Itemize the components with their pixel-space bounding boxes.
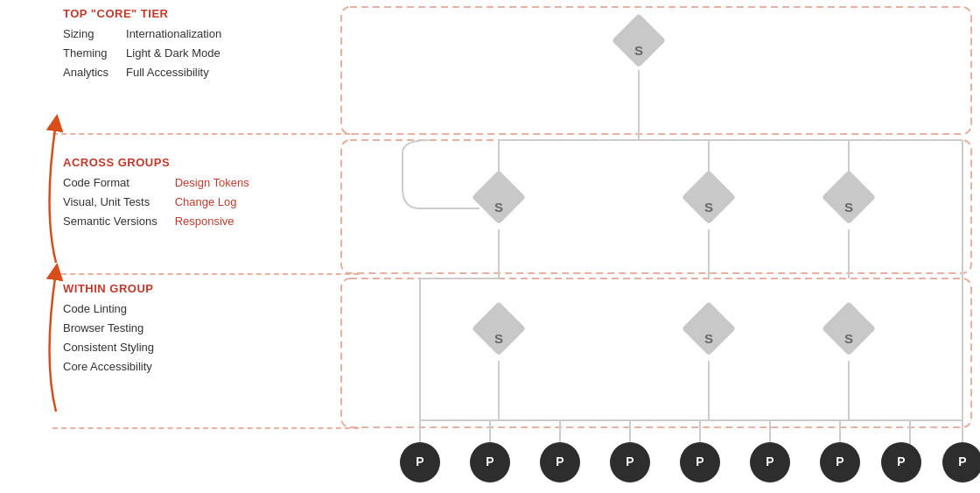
- dashed-separator-3: [52, 427, 359, 429]
- top-item-accessibility: Full Accessibility: [126, 64, 221, 81]
- s6-label: S: [704, 331, 713, 346]
- across-tier-items: Code Format Visual, Unit Tests Semantic …: [63, 174, 249, 230]
- within-item-browser: Browser Testing: [63, 320, 154, 337]
- within-item-linting: Code Linting: [63, 300, 154, 318]
- svg-rect-36: [682, 170, 736, 224]
- s3-diamond: [682, 170, 736, 224]
- s1-label: S: [634, 43, 643, 58]
- across-item-codeformat: Code Format: [63, 174, 158, 192]
- top-tier-section: TOP "CORE" TIER Sizing Theming Analytics…: [63, 7, 221, 81]
- p7-label: P: [836, 454, 844, 468]
- across-item-changelog: Change Log: [175, 194, 249, 211]
- p1-label: P: [416, 454, 424, 468]
- svg-rect-35: [472, 170, 526, 224]
- across-item-responsive: Responsive: [175, 213, 249, 230]
- s4-label: S: [844, 200, 853, 215]
- top-item-analytics: Analytics: [63, 64, 108, 81]
- dashed-separator-2: [52, 273, 359, 275]
- p9-label: P: [958, 454, 966, 468]
- top-tier-col2: Internationalization Light & Dark Mode F…: [126, 25, 221, 81]
- s2-label: S: [494, 200, 503, 215]
- across-tier-col1: Code Format Visual, Unit Tests Semantic …: [63, 174, 158, 230]
- top-tier-col1: Sizing Theming Analytics: [63, 25, 108, 81]
- s4-diamond: [822, 170, 876, 224]
- across-tier-section: ACROSS GROUPS Code Format Visual, Unit T…: [63, 156, 249, 230]
- p5-label: P: [696, 454, 704, 468]
- s7-label: S: [844, 331, 853, 346]
- s5-diamond: [472, 301, 526, 356]
- within-tier-section: WITHIN GROUP Code Linting Browser Testin…: [63, 282, 154, 377]
- within-tier-items: Code Linting Browser Testing Consistent …: [63, 300, 154, 377]
- top-item-sizing: Sizing: [63, 25, 108, 43]
- top-item-darkmode: Light & Dark Mode: [126, 45, 221, 62]
- across-item-designtokens: Design Tokens: [175, 174, 249, 192]
- within-item-coreacc: Core Accessibility: [63, 358, 154, 376]
- left-panel: TOP "CORE" TIER Sizing Theming Analytics…: [0, 0, 359, 493]
- across-tier-label: ACROSS GROUPS: [63, 156, 249, 169]
- tier-arrows: [38, 114, 74, 429]
- top-tier-label: TOP "CORE" TIER: [63, 7, 221, 20]
- across-item-semver: Semantic Versions: [63, 213, 158, 230]
- s2-diamond: [472, 170, 526, 224]
- s6-diamond: [682, 301, 736, 356]
- s7-diamond: [822, 301, 876, 356]
- svg-rect-2: [341, 140, 971, 273]
- p2-label: P: [486, 454, 494, 468]
- top-item-theming: Theming: [63, 45, 108, 62]
- s5-label: S: [494, 331, 503, 346]
- within-item-styling: Consistent Styling: [63, 339, 154, 356]
- svg-rect-34: [612, 13, 666, 67]
- top-item-i18n: Internationalization: [126, 25, 221, 43]
- dashed-separator-1: [52, 133, 359, 135]
- p4-label: P: [626, 454, 634, 468]
- svg-rect-40: [822, 301, 876, 356]
- svg-rect-38: [472, 301, 526, 356]
- main-container: TOP "CORE" TIER Sizing Theming Analytics…: [0, 0, 980, 493]
- within-tier-label: WITHIN GROUP: [63, 282, 154, 295]
- top-tier-items: Sizing Theming Analytics Internationaliz…: [63, 25, 221, 81]
- svg-rect-37: [822, 170, 876, 224]
- s3-label: S: [704, 200, 713, 215]
- within-tier-col1: Code Linting Browser Testing Consistent …: [63, 300, 154, 377]
- svg-rect-1: [341, 7, 971, 134]
- s1-diamond: [612, 13, 666, 67]
- diagram-svg: S S S S S S S P: [332, 0, 980, 493]
- across-tier-col2: Design Tokens Change Log Responsive: [175, 174, 249, 230]
- p3-label: P: [556, 454, 564, 468]
- svg-rect-3: [341, 278, 971, 427]
- svg-rect-39: [682, 301, 736, 356]
- across-item-visualunit: Visual, Unit Tests: [63, 194, 158, 211]
- p8-label: P: [897, 454, 905, 468]
- p6-label: P: [766, 454, 774, 468]
